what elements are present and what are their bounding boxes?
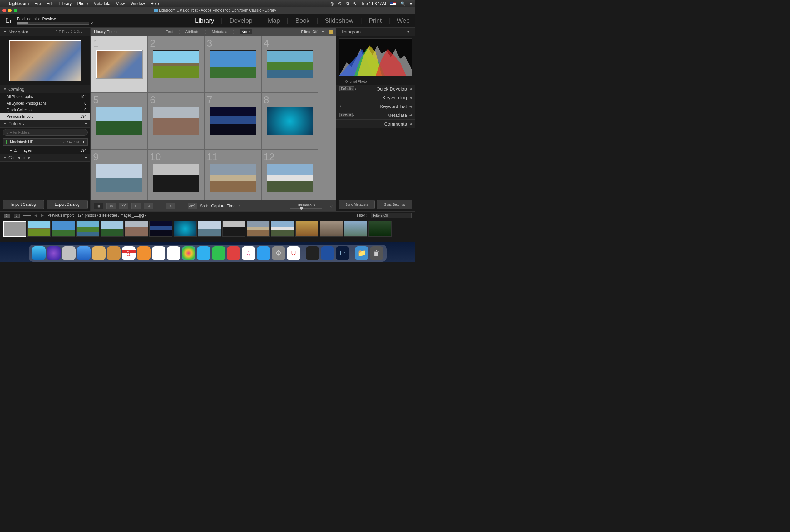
dock-finder-icon[interactable] [32,246,45,260]
grid-cell[interactable]: 1 [91,36,148,93]
metadata-header[interactable]: Default▾Metadata◀ [336,111,415,119]
add-folder-icon[interactable]: + [85,121,87,126]
dock-photos-icon[interactable] [182,246,195,260]
loupe-view-button[interactable]: ▭ [107,203,116,209]
dock-launchpad-icon[interactable] [62,246,76,260]
filmstrip-thumb[interactable] [222,221,245,237]
forward-button[interactable]: ▶ [41,213,44,217]
sync-metadata-button[interactable]: Sync Metadata [339,200,375,209]
spotlight-icon[interactable]: 🔍 [400,1,405,6]
navigator-zoom-opts[interactable]: FIT FILL 1:1 3:1 [55,30,82,33]
dock-lightroom-icon[interactable]: Lr [336,246,350,260]
grid-icon[interactable] [23,215,31,216]
module-library[interactable]: Library [195,17,214,24]
painter-button[interactable]: ✎ [166,203,175,209]
toolbar-chevron-icon[interactable]: ▽ [330,204,333,208]
dock-notes-icon[interactable] [152,246,166,260]
volume-row[interactable]: Macintosh HD 15.3 / 42.7 GB ▼ [3,138,88,146]
display-icon[interactable]: ⧉ [346,1,349,6]
grid-cell[interactable]: 7 [205,93,261,150]
dock-magnet-icon[interactable]: U [287,246,300,260]
menu-metadata[interactable]: Metadata [93,1,110,6]
dock-safari-icon[interactable] [77,246,91,260]
menubar-clock[interactable]: Tue 11:37 AM [361,1,386,6]
quick-develop-header[interactable]: Defaults▾Quick Develop◀ [336,84,415,93]
window-maximize-button[interactable] [14,9,17,12]
dock-contacts-icon[interactable] [107,246,120,260]
filmstrip[interactable] [0,219,415,242]
cancel-progress-button[interactable]: ✕ [90,21,93,25]
filmstrip-thumb[interactable] [271,221,294,237]
keyword-list-header[interactable]: +Keyword List◀ [336,102,415,111]
histogram-header[interactable]: Histogram ▼ [336,28,415,36]
cursor-icon[interactable]: ↖ [353,1,357,6]
filmstrip-thumb[interactable] [125,221,148,237]
sync-icon[interactable]: ⊙ [338,1,342,6]
menu-edit[interactable]: Edit [46,1,53,6]
filter-none[interactable]: None [240,29,252,34]
dock-siri-icon[interactable] [47,246,61,260]
catalog-row-synced[interactable]: All Synced Photographs0 [0,100,90,107]
comments-header[interactable]: Comments◀ [336,119,415,128]
filmstrip-thumb[interactable] [369,221,392,237]
filmstrip-thumb[interactable] [27,221,51,237]
dock-prefs-icon[interactable]: ⚙ [272,246,285,260]
filmstrip-thumb[interactable] [100,221,124,237]
folder-row-images[interactable]: ▶ 🗀 Images194 [0,147,90,154]
filter-metadata[interactable]: Metadata [212,30,227,34]
back-button[interactable]: ◀ [34,213,37,217]
grid-cell[interactable]: 6 [148,93,205,150]
dock-itunes-icon[interactable]: ♫ [242,246,256,260]
dock-1password-icon[interactable] [321,246,334,260]
filmstrip-thumb[interactable] [149,221,172,237]
grid-cell[interactable]: 3 [205,36,261,93]
dock-calendar-icon[interactable]: DEC11 [122,246,135,260]
module-book[interactable]: Book [295,17,310,24]
collections-header[interactable]: ▼ Collections + [0,154,90,162]
lock-icon[interactable] [329,30,333,34]
catalog-row-quick[interactable]: Quick Collection +0 [0,107,90,113]
filter-text[interactable]: Text [166,30,173,34]
dock-trash-icon[interactable]: 🗑 [370,246,383,260]
menu-view[interactable]: View [116,1,125,6]
filmstrip-thumb[interactable] [52,221,75,237]
filter-attribute[interactable]: Attribute [186,30,200,34]
folder-filter-input[interactable]: ⌕Filter Folders [3,129,88,136]
menu-help[interactable]: Help [151,1,159,6]
compare-view-button[interactable]: XY [119,203,128,209]
dock-maps-icon[interactable] [167,246,181,260]
grid-cell[interactable]: 2 [148,36,205,93]
catalog-row-all[interactable]: All Photographs194 [0,93,90,100]
module-print[interactable]: Print [369,17,381,24]
filters-off-dropdown[interactable]: Filters Off [301,30,317,34]
filmstrip-thumb[interactable] [174,221,197,237]
survey-view-button[interactable]: ⊞ [131,203,141,209]
dock-appstore-icon[interactable] [257,246,270,260]
filmstrip-thumb[interactable] [295,221,319,237]
filmstrip-thumb[interactable] [76,221,99,237]
module-map[interactable]: Map [268,17,280,24]
filmstrip-thumb[interactable] [198,221,221,237]
dock-downloads-icon[interactable]: 📁 [355,246,369,260]
module-develop[interactable]: Develop [229,17,252,24]
grid-cell[interactable]: 8 [261,93,318,150]
people-view-button[interactable]: ☺ [144,203,153,209]
filmstrip-thumb[interactable] [320,221,343,237]
filmstrip-thumb[interactable] [3,221,26,237]
dock-mail-icon[interactable] [92,246,106,260]
sort-dropdown[interactable]: Capture Time [211,204,236,208]
thumbnail-grid[interactable]: 1 2 3 4 5 6 7 8 9 10 11 12 [91,36,336,200]
sync-settings-button[interactable]: Sync Settings [377,200,413,209]
dock-facetime-icon[interactable] [212,246,225,260]
export-catalog-button[interactable]: Export Catalog [46,200,88,209]
add-collection-icon[interactable]: + [85,155,87,160]
original-photo-checkbox[interactable]: Original Photo [336,78,415,84]
menu-photo[interactable]: Photo [77,1,88,6]
thumbnail-size-slider[interactable] [290,208,322,209]
defaults-dropdown[interactable]: Defaults [339,87,354,91]
flag-icon[interactable] [390,2,396,5]
menu-window[interactable]: Window [131,1,145,6]
grid-cell[interactable]: 11 [205,150,261,200]
menu-icon[interactable]: ≡ [410,1,412,6]
folders-header[interactable]: ▼ Folders + [0,119,90,128]
